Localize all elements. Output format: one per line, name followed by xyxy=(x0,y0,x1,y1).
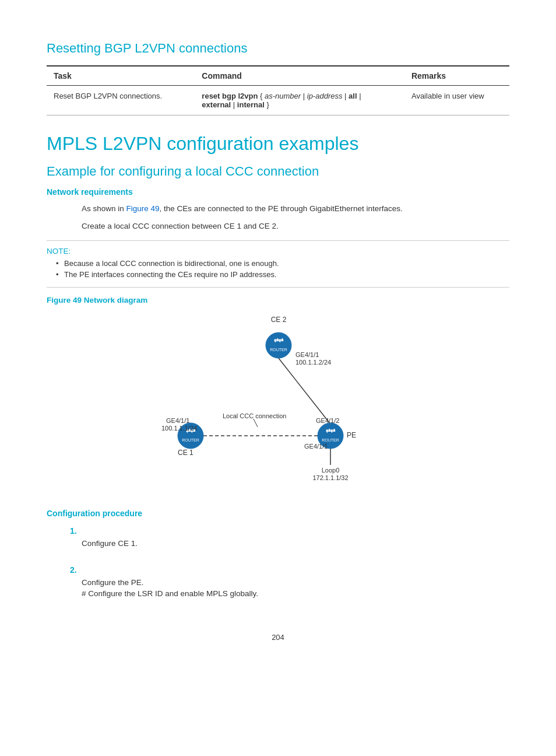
mpls-page-title: MPLS L2VPN configuration examples xyxy=(47,133,509,155)
note-box: NOTE: Because a local CCC connection is … xyxy=(47,240,509,288)
command-cell: reset bgp l2vpn { as-number | ip-address… xyxy=(195,86,404,116)
cmd-text: reset bgp l2vpn { as-number | ip-address… xyxy=(202,92,361,109)
ce1-ip-label: 100.1.1.1/24 xyxy=(161,425,197,432)
network-diagram: CE 2 ⇄⇄ ROUTER GE4/1/1 100.1.1.2/24 ⇄⇄ R… xyxy=(47,310,509,497)
ce1-label: CE 1 xyxy=(178,449,193,457)
config-step-2: 2. Configure the PE. # Configure the LSR… xyxy=(70,565,509,598)
diagram-svg: CE 2 ⇄⇄ ROUTER GE4/1/1 100.1.1.2/24 ⇄⇄ R… xyxy=(132,310,424,497)
figure-49-link[interactable]: Figure 49 xyxy=(126,204,160,213)
table-row: Reset BGP L2VPN connections. reset bgp l… xyxy=(47,86,509,116)
example-title: Example for configuring a local CCC conn… xyxy=(47,164,509,179)
ce2-ge-label: GE4/1/1 xyxy=(295,351,319,358)
note-label: NOTE: xyxy=(47,247,509,256)
col-task: Task xyxy=(47,66,195,86)
ce2-label: CE 2 xyxy=(271,316,287,324)
svg-point-0 xyxy=(266,332,291,358)
config-steps: 1. Configure CE 1. 2. Configure the PE. … xyxy=(70,526,509,598)
step-1-text: Configure CE 1. xyxy=(82,539,509,548)
col-remarks: Remarks xyxy=(404,66,509,86)
col-command: Command xyxy=(195,66,404,86)
network-requirements-heading: Network requirements xyxy=(47,187,509,197)
note-list: Because a local CCC connection is bidire… xyxy=(47,259,509,279)
pe-loop-label: Loop0 xyxy=(322,467,340,474)
config-procedure-heading: Configuration procedure xyxy=(47,509,509,518)
network-req-text1: As shown in Figure 49, the CEs are conne… xyxy=(82,202,509,215)
pe-ge-left-label: GE4/1/1 xyxy=(304,443,328,450)
figure-label: Figure 49 Network diagram xyxy=(47,296,509,304)
text1-after: , the CEs are connected to the PE throug… xyxy=(160,204,403,213)
ce1-ge-label: GE4/1/1 xyxy=(166,417,189,424)
pe-label: PE xyxy=(347,431,356,439)
step-2-sub: # Configure the LSR ID and enable MPLS g… xyxy=(82,589,509,598)
svg-line-9 xyxy=(254,419,258,427)
resetting-bgp-title: Resetting BGP L2VPN connections xyxy=(47,41,509,56)
pe-ge-top-label: GE4/1/2 xyxy=(316,417,339,424)
step-1-num: 1. xyxy=(70,526,509,536)
svg-text:ROUTER: ROUTER xyxy=(182,438,199,442)
step-2-text: Configure the PE. xyxy=(82,578,509,587)
note-item-2: The PE interfaces connecting the CEs req… xyxy=(56,270,509,279)
svg-text:ROUTER: ROUTER xyxy=(322,438,339,442)
ccc-label: Local CCC connection xyxy=(223,412,286,419)
svg-text:⇄⇄: ⇄⇄ xyxy=(274,337,284,344)
task-cell: Reset BGP L2VPN connections. xyxy=(47,86,195,116)
page-number: 204 xyxy=(47,633,509,642)
config-step-1: 1. Configure CE 1. xyxy=(70,526,509,548)
ce2-ip-label: 100.1.1.2/24 xyxy=(295,359,331,366)
note-item-1: Because a local CCC connection is bidire… xyxy=(56,259,509,268)
text1-before: As shown in xyxy=(82,204,126,213)
pe-loop-ip: 172.1.1.1/32 xyxy=(312,474,348,481)
network-req-text2: Create a local CCC connection between CE… xyxy=(82,220,509,233)
command-table: Task Command Remarks Reset BGP L2VPN con… xyxy=(47,65,509,116)
svg-text:ROUTER: ROUTER xyxy=(270,348,287,352)
step-2-num: 2. xyxy=(70,565,509,575)
remarks-cell: Available in user view xyxy=(404,86,509,116)
svg-text:⇄⇄: ⇄⇄ xyxy=(326,428,336,434)
